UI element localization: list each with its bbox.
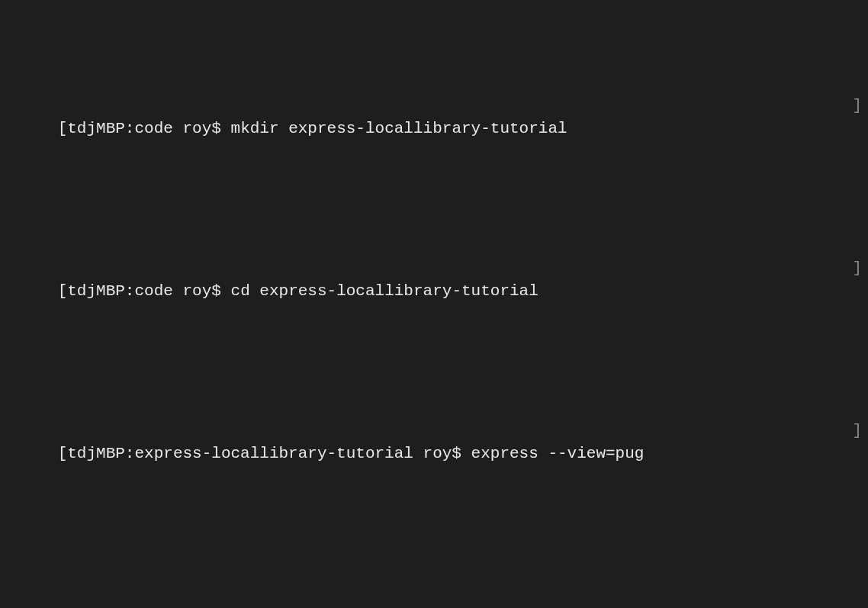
prompt-user: roy <box>423 445 452 462</box>
prompt-dollar: $ <box>452 445 461 462</box>
prompt-line: [tdjMBP:express-locallibrary-tutorial ro… <box>0 420 868 489</box>
prompt-line: [tdjMBP:code roy$ cd express-locallibrar… <box>0 257 868 327</box>
prompt-dollar: $ <box>211 282 221 300</box>
prompt-dollar: $ <box>211 120 221 137</box>
prompt-path: code <box>134 120 172 137</box>
prompt-bracket-close: ] <box>852 257 868 327</box>
prompt-sep: : <box>125 445 135 462</box>
blank-line <box>0 582 868 605</box>
command-text: cd express-locallibrary-tutorial <box>231 282 538 300</box>
prompt-host: tdjMBP <box>67 120 125 137</box>
prompt-host: tdjMBP <box>67 445 125 462</box>
prompt-path: code <box>134 282 172 300</box>
prompt-sep: : <box>125 282 135 300</box>
prompt-bracket-open: [ <box>58 120 68 137</box>
terminal-output[interactable]: [tdjMBP:code roy$ mkdir express-locallib… <box>0 2 868 608</box>
prompt-bracket-open: [ <box>58 445 68 462</box>
prompt-user: roy <box>183 120 212 137</box>
command-text: mkdir express-locallibrary-tutorial <box>231 120 567 137</box>
command-text: express --view=pug <box>471 445 645 462</box>
prompt-bracket-close: ] <box>852 420 868 489</box>
prompt-path: express-locallibrary-tutorial <box>134 445 413 462</box>
prompt-sep: : <box>125 120 135 137</box>
prompt-line: [tdjMBP:code roy$ mkdir express-locallib… <box>0 95 868 164</box>
prompt-bracket-close: ] <box>852 95 868 164</box>
prompt-bracket-open: [ <box>58 282 68 300</box>
prompt-user: roy <box>183 282 212 300</box>
prompt-host: tdjMBP <box>67 282 125 300</box>
